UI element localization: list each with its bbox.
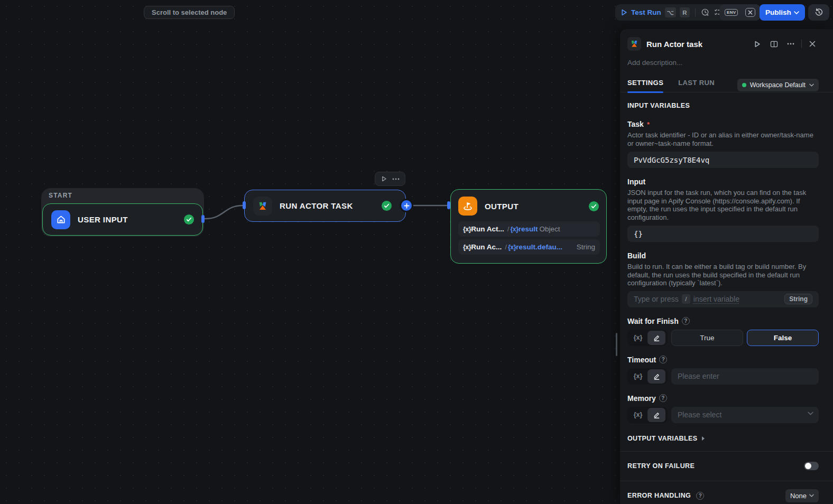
error-handling-select[interactable]: None xyxy=(785,489,819,502)
version-history-button[interactable] xyxy=(808,4,829,21)
apify-logo-icon xyxy=(627,37,641,51)
node-title: USER INPUT xyxy=(78,215,128,224)
scroll-button-label: Scroll to selected node xyxy=(152,8,227,16)
variable-name: result xyxy=(519,225,538,233)
tab-last-run[interactable]: LAST RUN xyxy=(678,79,715,92)
tab-settings[interactable]: SETTINGS xyxy=(627,79,663,92)
play-icon[interactable] xyxy=(621,9,627,16)
retry-on-failure-heading: RETRY ON FAILURE xyxy=(627,462,695,470)
check-badge-icon xyxy=(382,201,392,211)
apify-logo-icon xyxy=(253,197,272,216)
variable-mode-icon[interactable]: {x} xyxy=(628,334,647,341)
run-history-clock-icon[interactable] xyxy=(701,8,710,17)
wait-false-button[interactable]: False xyxy=(747,330,819,346)
variable-source: Run Act... xyxy=(471,225,504,233)
scroll-to-selected-node-button[interactable]: Scroll to selected node xyxy=(144,6,235,19)
test-run-button[interactable]: Test Run xyxy=(631,8,661,16)
input-description: JSON input for the task run, which you c… xyxy=(627,189,819,221)
input-port-output[interactable] xyxy=(447,201,450,209)
help-icon[interactable] xyxy=(659,356,667,363)
insert-variable-link[interactable]: insert variable xyxy=(693,295,739,303)
chevron-down-icon xyxy=(809,83,814,87)
section-divider xyxy=(620,481,833,481)
json-input[interactable] xyxy=(627,226,819,242)
publish-button[interactable]: Publish xyxy=(760,4,805,21)
variable-icon: {x} xyxy=(510,226,518,233)
build-placeholder-prefix: Type or press xyxy=(634,295,679,303)
value-mode-toggle[interactable]: {x} xyxy=(627,330,668,346)
add-next-node-button[interactable] xyxy=(400,199,413,212)
global-variables-icon[interactable] xyxy=(745,8,755,17)
run-step-icon[interactable] xyxy=(751,38,763,50)
node-hover-toolbar[interactable] xyxy=(375,172,405,186)
value-mode-toggle[interactable]: {x} xyxy=(627,368,668,385)
variable-icon: {x} xyxy=(463,226,471,233)
node-output[interactable]: OUTPUT {x} Run Act... / {x} result Objec… xyxy=(450,189,607,264)
edge-user-input-to-run-actor xyxy=(205,206,243,219)
memory-label: Memory xyxy=(627,394,819,403)
timeout-label: Timeout xyxy=(627,356,819,364)
output-variables-section[interactable]: OUTPUT VARIABLES xyxy=(627,435,819,442)
panel-scrollbar[interactable] xyxy=(616,333,617,356)
help-icon[interactable] xyxy=(696,492,704,500)
retry-toggle[interactable] xyxy=(804,462,819,470)
header-divider xyxy=(801,40,802,48)
node-settings-panel: Run Actor task Add descript xyxy=(619,29,833,504)
toolbar-divider xyxy=(695,8,696,17)
close-icon[interactable] xyxy=(806,38,819,50)
variable-type: String xyxy=(577,243,595,251)
error-handling-value: None xyxy=(790,492,807,500)
error-handling-section: ERROR HANDLING None xyxy=(627,489,819,502)
timeout-input[interactable] xyxy=(671,368,819,385)
toggle-knob xyxy=(805,463,811,469)
variable-type: Object xyxy=(539,225,560,233)
workspace-label: Workspace Default xyxy=(750,81,806,89)
task-input[interactable] xyxy=(627,152,819,168)
memory-placeholder: Please select xyxy=(678,410,721,419)
node-run-actor-task[interactable]: RUN ACTOR TASK xyxy=(244,190,406,222)
path-separator: / xyxy=(507,225,510,233)
description-placeholder[interactable]: Add description... xyxy=(627,59,819,67)
node-title: RUN ACTOR TASK xyxy=(280,201,353,210)
input-port-run-actor[interactable] xyxy=(243,201,246,209)
output-variable-row[interactable]: {x} Run Act... / {x} result Object xyxy=(458,221,600,237)
env-icon[interactable]: ENV xyxy=(725,9,738,16)
build-input[interactable]: Type or press / insert variable String xyxy=(627,291,819,307)
help-icon[interactable] xyxy=(659,394,667,402)
more-options-icon[interactable] xyxy=(784,38,797,50)
wait-for-finish-label: Wait for Finish xyxy=(627,317,819,325)
value-mode-toggle[interactable]: {x} xyxy=(627,407,668,423)
home-icon xyxy=(51,210,70,229)
expand-arrow-icon xyxy=(702,436,705,441)
docs-book-icon[interactable] xyxy=(767,38,780,50)
output-variable-row[interactable]: {x} Run Ac... / {x} result.defau... Stri… xyxy=(458,239,600,255)
variable-icon: {x} xyxy=(508,244,516,251)
variable-mode-icon[interactable]: {x} xyxy=(628,411,647,418)
input-variables-heading: INPUT VARIABLES xyxy=(627,102,819,109)
check-badge-icon xyxy=(589,201,599,211)
build-label: Build xyxy=(627,251,819,260)
workspace-selector[interactable]: Workspace Default xyxy=(737,79,819,91)
chevron-down-icon xyxy=(809,494,814,497)
edit-mode-icon[interactable] xyxy=(647,408,665,422)
wait-true-button[interactable]: True xyxy=(671,330,743,346)
start-group-label: START xyxy=(49,192,72,199)
edit-mode-icon[interactable] xyxy=(647,331,665,345)
slash-key-icon: / xyxy=(682,294,690,304)
output-port-user-input[interactable] xyxy=(201,215,205,223)
test-run-toolbar: Test Run ⌥ R xyxy=(615,4,728,21)
workspace-status-dot xyxy=(742,83,746,87)
variable-source: Run Ac... xyxy=(471,243,502,251)
chevron-down-icon xyxy=(794,11,799,14)
variable-icon: {x} xyxy=(463,244,471,251)
retry-on-failure-section: RETRY ON FAILURE xyxy=(627,462,819,470)
node-user-input[interactable]: USER INPUT xyxy=(42,203,203,236)
node-more-icon[interactable] xyxy=(392,178,400,180)
history-icon xyxy=(815,8,823,17)
task-label: Task * xyxy=(627,120,819,128)
help-icon[interactable] xyxy=(682,317,690,325)
run-node-icon[interactable] xyxy=(381,176,387,182)
edit-mode-icon[interactable] xyxy=(647,369,665,384)
memory-select[interactable]: Please select xyxy=(671,407,819,423)
variable-mode-icon[interactable]: {x} xyxy=(628,372,647,380)
